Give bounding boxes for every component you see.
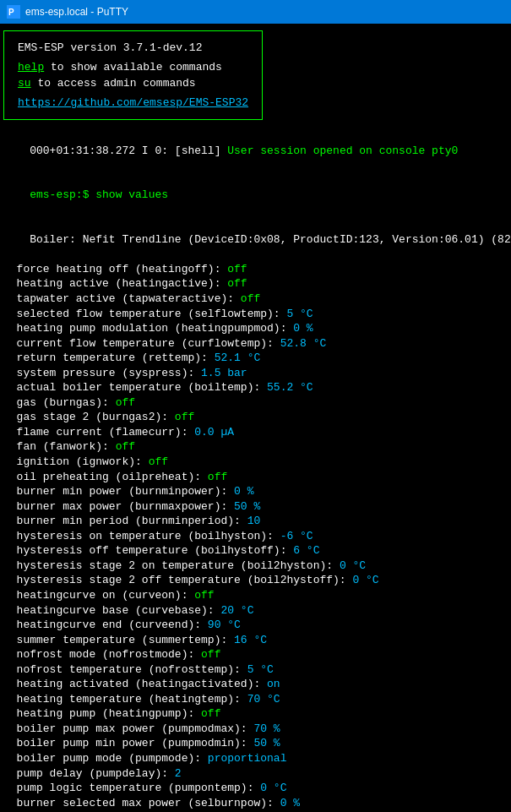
item-label: selected flow temperature (selflowtemp): [3, 308, 286, 320]
values-list: force heating off (heatingoff): off heat… [3, 262, 508, 812]
list-item: selected flow temperature (selflowtemp):… [3, 307, 508, 322]
window-title: ems-esp.local - PuTTY [25, 6, 128, 18]
item-value: 90 °C [208, 619, 241, 631]
list-item: ignition (ignwork): off [3, 455, 508, 470]
item-label: hysteresis off temperature (boilhystoff)… [3, 544, 293, 557]
item-label: summer temperature (summertemp): [3, 634, 234, 646]
list-item: burner min power (burnminpower): 0 % [3, 484, 508, 499]
item-value: 6 °C [293, 544, 319, 557]
item-value: off [194, 589, 214, 602]
su-text: to access admin commands [31, 77, 196, 90]
item-label: return temperature (rettemp): [3, 352, 215, 364]
version-box: EMS-ESP version 3.7.1-dev.12 help to sho… [3, 30, 263, 120]
item-value: proportional [208, 752, 287, 765]
item-label: actual boiler temperature (boiltemp): [3, 381, 267, 394]
list-item: nofrost temperature (nofrosttemp): 5 °C [3, 662, 508, 678]
svg-text:P: P [8, 8, 14, 17]
item-value: 1.5 bar [201, 367, 247, 379]
item-value: 2 [175, 767, 182, 780]
item-value: off [208, 471, 227, 483]
item-label: heating pump (heatingpump): [3, 707, 201, 720]
su-line: su to access admin commands [18, 77, 248, 90]
list-item: hysteresis off temperature (boilhystoff)… [3, 543, 508, 559]
item-label: boiler pump min power (pumpmodmin): [3, 737, 253, 749]
item-label: gas stage 2 (burngas2): [3, 411, 175, 423]
item-label: tapwater active (tapwateractive): [3, 292, 241, 305]
item-label: hysteresis on temperature (boilhyston): [3, 530, 280, 542]
session-line: 000+01:31:38.272 I 0: [shell] User sessi… [3, 128, 508, 173]
item-value: 0.0 µA [194, 426, 234, 439]
list-item: tapwater active (tapwateractive): off [3, 292, 508, 307]
item-label: heating activated (heatingactivated): [3, 678, 267, 690]
help-text: to show available commands [44, 61, 222, 74]
item-value: -6 °C [280, 530, 313, 542]
list-item: force heating off (heatingoff): off [3, 262, 508, 277]
item-value: off [241, 292, 260, 305]
list-item: burner max power (burnmaxpower): 50 % [3, 499, 508, 515]
item-label: nofrost temperature (nofrosttemp): [3, 663, 247, 676]
item-value: 0 °C [260, 782, 286, 794]
list-item: nofrost mode (nofrostmode): off [3, 647, 508, 662]
item-label: hysteresis stage 2 on temperature (boil2… [3, 559, 340, 572]
item-value: 0 % [280, 797, 300, 809]
item-label: boiler pump mode (pumpmode): [3, 752, 208, 765]
item-label: nofrost mode (nofrostmode): [3, 648, 201, 661]
item-value: off [201, 707, 220, 720]
item-value: 52.1 °C [215, 352, 261, 364]
item-value: 16 °C [234, 634, 267, 646]
list-item: current flow temperature (curflowtemp): … [3, 336, 508, 352]
item-label: heating pump modulation (heatingpumpmod)… [3, 322, 293, 335]
item-label: burner selected max power (selburnpow): [3, 797, 280, 809]
item-label: system pressure (syspress): [3, 367, 201, 379]
list-item: return temperature (rettemp): 52.1 °C [3, 351, 508, 366]
list-item: hysteresis on temperature (boilhyston): … [3, 529, 508, 544]
item-value: off [116, 440, 135, 453]
item-value: off [116, 396, 135, 409]
list-item: hysteresis stage 2 on temperature (boil2… [3, 559, 508, 574]
item-label: hysteresis stage 2 off temperature (boil… [3, 574, 352, 586]
item-value: 52.8 °C [280, 337, 327, 350]
item-value: 20 °C [220, 604, 253, 617]
item-label: heating active (heatingactive): [3, 277, 227, 290]
boiler-header: Boiler: Nefit Trendline (DeviceID:0x08, … [3, 217, 508, 262]
list-item: summer temperature (summertemp): 16 °C [3, 633, 508, 648]
item-value: 70 % [253, 722, 280, 735]
list-item: boiler pump min power (pumpmodmin): 50 % [3, 736, 508, 751]
item-value: off [201, 648, 220, 661]
github-url[interactable]: https://github.com/emsesp/EMS-ESP32 [18, 96, 248, 109]
help-link[interactable]: help [18, 61, 44, 74]
item-label: flame current (flamecurr): [3, 426, 194, 439]
list-item: heatingcurve base (curvebase): 20 °C [3, 603, 508, 619]
item-value: on [267, 678, 280, 690]
session-message: User session opened on console pty0 [227, 144, 458, 157]
list-item: heating active (heatingactive): off [3, 276, 508, 292]
list-item: oil preheating (oilpreheat): off [3, 470, 508, 485]
url-line: https://github.com/emsesp/EMS-ESP32 [18, 96, 248, 109]
su-link[interactable]: su [18, 77, 31, 90]
item-label: force heating off (heatingoff): [3, 263, 227, 275]
list-item: gas (burngas): off [3, 395, 508, 411]
item-label: heating temperature (heatingtemp): [3, 693, 247, 706]
item-value: off [227, 263, 247, 275]
item-label: heatingcurve end (curveend): [3, 619, 208, 631]
item-label: current flow temperature (curflowtemp): [3, 337, 280, 350]
item-value: 50 % [234, 500, 260, 513]
session-timestamp: 000+01:31:38.272 I 0: [shell] [30, 144, 227, 157]
help-line: help to show available commands [18, 61, 248, 74]
list-item: heatingcurve on (curveon): off [3, 588, 508, 603]
item-value: 0 °C [352, 574, 378, 586]
item-value: 5 °C [247, 663, 274, 676]
item-value: 70 °C [247, 693, 280, 706]
item-label: heatingcurve base (curvebase): [3, 604, 220, 617]
list-item: actual boiler temperature (boiltemp): 55… [3, 380, 508, 395]
list-item: boiler pump mode (pumpmode): proportiona… [3, 751, 508, 766]
item-value: off [227, 277, 247, 290]
list-item: pump logic temperature (pumpontemp): 0 °… [3, 781, 508, 796]
item-value: 0 % [234, 485, 253, 498]
item-value: 5 °C [286, 308, 313, 320]
item-label: boiler pump max power (pumpmodmax): [3, 722, 253, 735]
version-title: EMS-ESP version 3.7.1-dev.12 [18, 41, 248, 54]
item-label: oil preheating (oilpreheat): [3, 471, 208, 483]
command-prompt: ems-esp:$ show values [3, 173, 508, 218]
item-label: burner min period (burnminperiod): [3, 515, 247, 527]
